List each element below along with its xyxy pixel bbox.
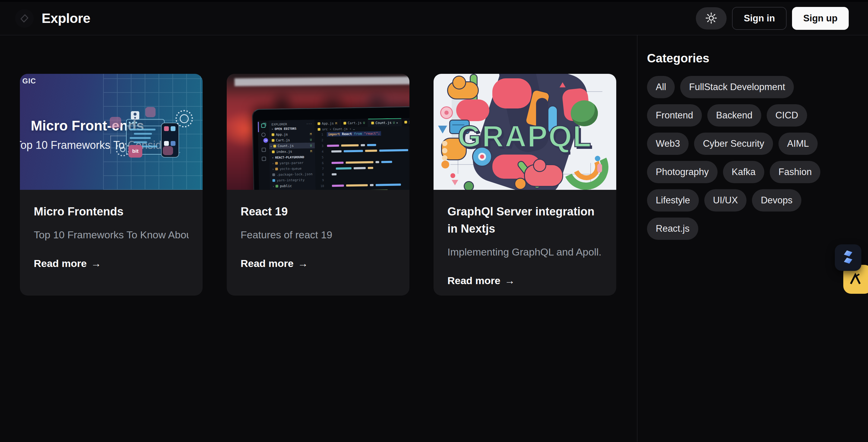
js-file-icon bbox=[404, 121, 407, 124]
blue-dot bbox=[595, 156, 600, 161]
js-file-icon bbox=[318, 128, 320, 131]
category-pill-devops[interactable]: Devops bbox=[752, 189, 801, 211]
category-pill-photography[interactable]: Photography bbox=[647, 161, 718, 183]
card-title: Micro Frontends bbox=[34, 203, 189, 220]
vscode-editor: 24 EXPLORER ··· ▾OPEN EDITORS bbox=[258, 118, 409, 190]
card-subtitle: Implementing GraphQL and Apoll... bbox=[447, 245, 602, 259]
category-pill-list: All FullStack Development Frontend Backe… bbox=[647, 76, 834, 240]
arrow-right-icon: → bbox=[505, 275, 515, 286]
extensions-icon bbox=[262, 157, 266, 161]
activity-bar: 24 bbox=[258, 121, 270, 190]
laptop-screen: 24 EXPLORER ··· ▾OPEN EDITORS bbox=[252, 106, 409, 190]
category-pill-aiml[interactable]: AIML bbox=[778, 133, 818, 155]
blog-card-micro-frontends: GIC Micro Front-ends Top 10 Frameworks T… bbox=[20, 74, 203, 296]
module-tile bbox=[163, 146, 173, 155]
category-pill-cyber-security[interactable]: Cyber Security bbox=[694, 133, 773, 155]
orange-dot bbox=[441, 161, 449, 168]
category-pill-all[interactable]: All bbox=[647, 76, 675, 98]
card-title: React 19 bbox=[241, 203, 396, 220]
bit-badge: bit bbox=[128, 145, 142, 158]
theme-toggle-button[interactable] bbox=[696, 7, 726, 30]
card-subtitle: Top 10 Frameworks To Know About bbox=[34, 228, 189, 242]
category-pill-fullstack[interactable]: FullStack Development bbox=[680, 76, 794, 98]
sun-icon bbox=[705, 12, 718, 25]
top-nav: Explore Sign in Sign up bbox=[0, 2, 868, 35]
connector-line bbox=[110, 136, 111, 154]
categories-sidebar: Categories All FullStack Development Fro… bbox=[637, 35, 868, 442]
orange-cloud-bump bbox=[452, 76, 466, 90]
open-file-row: Cart.jsU bbox=[272, 137, 315, 143]
folder-icon bbox=[275, 168, 278, 170]
pink-triangle bbox=[452, 180, 458, 185]
red-blob bbox=[456, 99, 489, 121]
close-icon: ✕ bbox=[396, 121, 398, 124]
folder-icon bbox=[275, 162, 278, 165]
card-body: Micro Frontends Top 10 Frameworks To Kno… bbox=[20, 190, 203, 269]
red-triangle bbox=[560, 82, 566, 88]
tab: Cart.jsU bbox=[340, 119, 368, 128]
module-tile bbox=[110, 117, 121, 128]
arrow-right-icon: → bbox=[298, 258, 308, 269]
s-logo-icon bbox=[840, 249, 856, 266]
category-pill-kafka[interactable]: Kafka bbox=[723, 161, 764, 183]
tab-active: Count.jsU✕ bbox=[368, 118, 401, 127]
category-pill-backend[interactable]: Backend bbox=[707, 104, 761, 127]
connector-line bbox=[451, 164, 476, 165]
read-more-link[interactable]: Read more → bbox=[447, 275, 515, 286]
code-lines: 1import React from "react"; 2 3 4 5 6 7 … bbox=[315, 129, 409, 190]
red-blob bbox=[492, 78, 531, 108]
card-image-react-19: 24 EXPLORER ··· ▾OPEN EDITORS bbox=[227, 74, 409, 190]
extension-widget-blue[interactable] bbox=[835, 244, 861, 271]
badge-count: 24 bbox=[263, 138, 268, 143]
category-pill-fashion[interactable]: Fashion bbox=[770, 161, 820, 183]
content-area: GIC Micro Front-ends Top 10 Frameworks T… bbox=[0, 35, 637, 442]
blue-donut-core bbox=[480, 155, 484, 159]
tree-row: yarn-integrity bbox=[272, 177, 315, 183]
header-actions: Sign in Sign up bbox=[696, 7, 849, 30]
pink-pin bbox=[597, 164, 602, 173]
js-file-icon bbox=[371, 122, 374, 125]
file-icon bbox=[273, 179, 275, 182]
explorer-label: EXPLORER bbox=[271, 123, 287, 126]
tree-row: ›yocto-queue bbox=[272, 165, 315, 172]
sign-in-button[interactable]: Sign in bbox=[732, 7, 786, 30]
js-file-icon bbox=[272, 139, 274, 142]
category-pill-uiux[interactable]: UI/UX bbox=[704, 189, 747, 211]
card-title: GraphQl Server integration in Nextjs bbox=[447, 203, 602, 237]
atom-core bbox=[444, 110, 448, 115]
gear-icon bbox=[116, 142, 130, 157]
arrow-right-icon: → bbox=[91, 258, 101, 269]
read-more-link[interactable]: Read more → bbox=[34, 258, 101, 269]
caret-down-icon: ▾ bbox=[272, 156, 274, 159]
js-file-icon bbox=[272, 150, 275, 153]
categories-title: Categories bbox=[647, 52, 859, 65]
blog-card-graphql: GRAPQL GraphQl Server integration in Nex… bbox=[434, 74, 616, 296]
compass-logo-icon bbox=[15, 9, 34, 28]
open-file-row: App.jsM bbox=[272, 131, 315, 137]
category-pill-reactjs[interactable]: React.js bbox=[647, 217, 698, 240]
js-file-icon bbox=[317, 122, 320, 125]
graphql-word: GRAPQL bbox=[434, 119, 616, 154]
caret-down-icon: ▾ bbox=[272, 128, 274, 131]
brand: Explore bbox=[15, 9, 90, 28]
blog-card-list: GIC Micro Front-ends Top 10 Frameworks T… bbox=[0, 35, 637, 296]
js-file-icon bbox=[274, 145, 276, 147]
files-icon bbox=[261, 124, 265, 128]
read-more-link[interactable]: Read more → bbox=[241, 258, 308, 269]
sign-up-button[interactable]: Sign up bbox=[792, 7, 849, 30]
tree-row: ›public bbox=[273, 182, 316, 189]
category-pill-lifestyle[interactable]: Lifestyle bbox=[647, 189, 699, 211]
card-image-micro-frontends: GIC Micro Front-ends Top 10 Frameworks T… bbox=[20, 74, 203, 190]
ellipsis-icon: ··· bbox=[306, 122, 312, 125]
stem-ball bbox=[514, 178, 526, 190]
blog-card-react-19: 24 EXPLORER ··· ▾OPEN EDITORS bbox=[227, 74, 409, 296]
card-image-graphql: GRAPQL bbox=[434, 74, 616, 190]
connector-line bbox=[110, 136, 127, 136]
category-pill-cicd[interactable]: CICD bbox=[767, 104, 807, 127]
category-pill-frontend[interactable]: Frontend bbox=[647, 104, 702, 127]
category-pill-web3[interactable]: Web3 bbox=[647, 133, 689, 155]
open-editors-label: OPEN EDITORS bbox=[275, 127, 297, 131]
close-icon: ✕ bbox=[271, 145, 272, 148]
card-body: GraphQl Server integration in Nextjs Imp… bbox=[434, 190, 616, 286]
open-file-row: index.jsM bbox=[272, 148, 315, 155]
